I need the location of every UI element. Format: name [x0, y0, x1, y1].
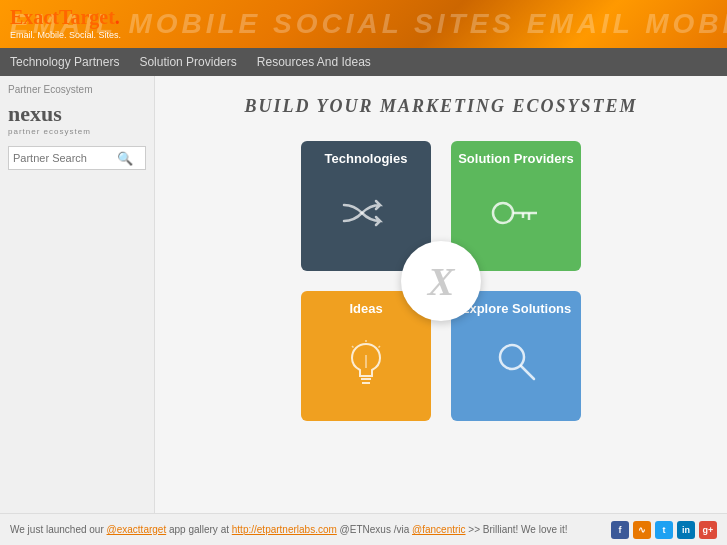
headline: Build Your Marketing Ecosystem — [244, 96, 637, 117]
shuffle-icon — [342, 197, 390, 236]
quad-technologies-label: Technologies — [301, 151, 431, 166]
nexus-logo-subtitle: partner ecosystem — [8, 127, 146, 136]
bulb-icon — [348, 340, 384, 393]
nav-item-technology-partners[interactable]: Technology Partners — [10, 55, 119, 69]
breadcrumb: Partner Ecosystem — [8, 84, 146, 95]
nexus-logo-text: nexus — [8, 101, 146, 127]
search-icon: 🔍 — [117, 151, 133, 166]
svg-line-7 — [352, 346, 354, 348]
quad-ideas[interactable]: Ideas — [301, 291, 431, 421]
quad-technologies[interactable]: Technologies — [301, 141, 431, 271]
search-circle-icon — [496, 341, 536, 392]
footer-text-after: >> Brilliant! We love it! — [466, 524, 568, 535]
svg-line-11 — [521, 366, 534, 379]
footer-text: We just launched our @exacttarget app ga… — [10, 524, 607, 535]
main: Partner Ecosystem nexus partner ecosyste… — [0, 76, 727, 513]
svg-line-8 — [379, 346, 381, 348]
search-box[interactable]: 🔍 — [8, 146, 146, 170]
search-input[interactable] — [13, 152, 113, 164]
logo-title: ExactTarget. — [10, 6, 121, 29]
rss-icon[interactable]: ∿ — [633, 521, 651, 539]
footer-link-etpartnerlabs[interactable]: http://etpartnerlabs.com — [232, 524, 337, 535]
key-icon — [491, 198, 541, 235]
footer: We just launched our @exacttarget app ga… — [0, 513, 727, 545]
footer-text-before: We just launched our — [10, 524, 107, 535]
center-circle: X — [401, 241, 481, 321]
logo-subtitle: Email. Mobile. Social. Sites. — [10, 30, 121, 40]
quadrant-container: Technologies Solution Providers — [301, 141, 581, 421]
nav-item-resources-and-ideas[interactable]: Resources And Ideas — [257, 55, 371, 69]
twitter-icon[interactable]: t — [655, 521, 673, 539]
nav-item-solution-providers[interactable]: Solution Providers — [139, 55, 236, 69]
content: Build Your Marketing Ecosystem Technolog… — [155, 76, 727, 513]
nav: Technology Partners Solution Providers R… — [0, 48, 727, 76]
footer-link-exacttarget[interactable]: @exacttarget — [107, 524, 167, 535]
linkedin-icon[interactable]: in — [677, 521, 695, 539]
quad-solution-providers[interactable]: Solution Providers — [451, 141, 581, 271]
sidebar: Partner Ecosystem nexus partner ecosyste… — [0, 76, 155, 513]
googleplus-icon[interactable]: g+ — [699, 521, 717, 539]
logo-text: ExactTarget — [10, 6, 115, 28]
header: EMAIL MOBILE SOCIAL SITES EMAIL MOBILE S… — [0, 0, 727, 48]
logo-area: ExactTarget. Email. Mobile. Social. Site… — [10, 6, 121, 40]
nexus-logo: nexus partner ecosystem — [8, 101, 146, 136]
quad-solution-providers-label: Solution Providers — [451, 151, 581, 166]
footer-text-middle1: app gallery at — [166, 524, 232, 535]
svg-point-0 — [493, 203, 513, 223]
logo-dot: . — [115, 6, 120, 28]
footer-link-fancentric[interactable]: @fancentric — [412, 524, 466, 535]
facebook-icon[interactable]: f — [611, 521, 629, 539]
social-icons: f ∿ t in g+ — [611, 521, 717, 539]
quad-explore-solutions[interactable]: Explore Solutions — [451, 291, 581, 421]
footer-text-middle2: @ETNexus /via — [337, 524, 412, 535]
center-x-logo: X — [428, 258, 455, 305]
